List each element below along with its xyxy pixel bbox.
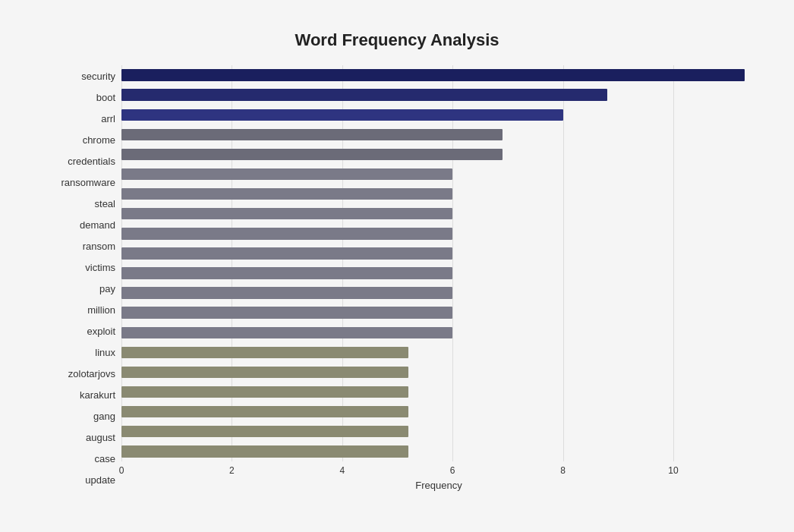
bar (121, 287, 452, 298)
x-tick-label: 6 (450, 465, 455, 476)
bar (121, 188, 452, 200)
y-axis: securitybootarrlchromecredentialsransomw… (38, 65, 121, 491)
x-tick-label: 0 (119, 465, 124, 476)
x-tick-label: 2 (229, 465, 235, 476)
y-label: exploit (87, 326, 115, 336)
bar (121, 445, 408, 457)
bar-row (121, 442, 756, 461)
bar (121, 386, 408, 398)
y-label: credentials (68, 156, 115, 166)
y-label: update (85, 475, 115, 485)
y-label: boot (96, 93, 115, 102)
y-label: security (81, 71, 115, 81)
bar (121, 406, 408, 417)
x-tick-label: 4 (339, 465, 345, 476)
y-label: steal (95, 199, 115, 209)
bar-row (121, 323, 756, 342)
bar-row (121, 342, 756, 362)
bar-row (121, 124, 756, 144)
bar-row (121, 263, 756, 283)
bars-wrapper (121, 65, 756, 461)
bar-row (121, 422, 756, 442)
bar-row (121, 105, 756, 124)
y-label: victims (85, 263, 115, 272)
y-label: linux (95, 348, 115, 357)
bar (121, 129, 503, 140)
bar-row (121, 65, 756, 85)
y-label: zolotarjovs (68, 369, 115, 379)
y-label: ransomware (61, 178, 115, 187)
bar (121, 149, 503, 160)
y-label: ransom (83, 241, 115, 251)
grid-and-bars (121, 65, 756, 461)
y-label: august (86, 433, 115, 442)
bar-row (121, 362, 756, 382)
bar (121, 327, 452, 338)
x-axis-title: Frequency (121, 480, 756, 491)
y-label: arrl (101, 114, 115, 124)
y-label: chrome (83, 135, 115, 145)
bar-row (121, 144, 756, 164)
bar-row (121, 283, 756, 303)
x-axis: 0246810 (121, 461, 756, 477)
bar-row (121, 204, 756, 224)
y-label: million (87, 305, 115, 315)
bar (121, 228, 452, 239)
bar (121, 69, 745, 80)
bar (121, 307, 452, 318)
bar (121, 347, 408, 358)
chart-area: securitybootarrlchromecredentialsransomw… (38, 65, 756, 491)
bar-row (121, 303, 756, 323)
bar (121, 367, 408, 378)
bar-row (121, 85, 756, 105)
y-label: gang (93, 411, 115, 421)
bar-row (121, 184, 756, 204)
bar (121, 168, 452, 180)
y-label: karakurt (80, 390, 115, 400)
bar (121, 426, 408, 437)
bar-row (121, 224, 756, 244)
bar-row (121, 244, 756, 263)
x-tick-label: 8 (560, 465, 566, 476)
bar (121, 89, 607, 100)
y-label: case (95, 454, 115, 464)
plot-area: 0246810 Frequency (121, 65, 756, 491)
bar-row (121, 164, 756, 184)
x-tick-label: 10 (668, 465, 678, 476)
bar (121, 267, 452, 279)
chart-title: Word Frequency Analysis (38, 30, 756, 50)
bar-row (121, 382, 756, 402)
bar-row (121, 402, 756, 422)
y-label: pay (99, 284, 115, 294)
bar (121, 208, 452, 219)
chart-container: Word Frequency Analysis securitybootarrl… (15, 15, 779, 532)
bar (121, 247, 452, 259)
bar (121, 109, 563, 121)
y-label: demand (80, 220, 115, 230)
